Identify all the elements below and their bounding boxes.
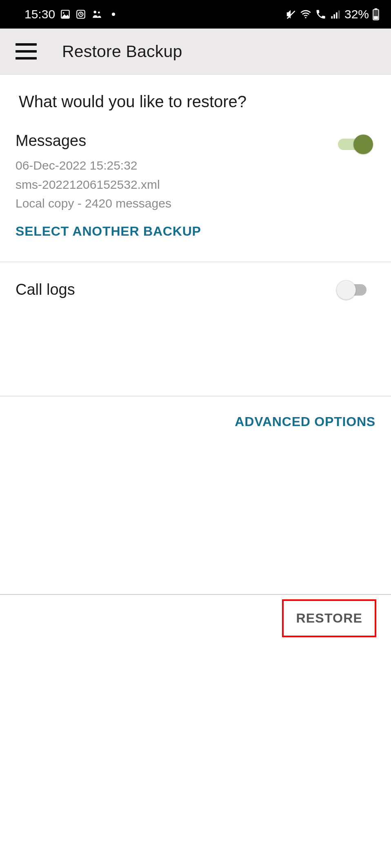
call-logs-toggle[interactable]	[338, 280, 373, 300]
svg-point-8	[305, 17, 306, 18]
clock-box-icon	[76, 9, 86, 20]
messages-timestamp: 06-Dec-2022 15:25:32	[16, 156, 171, 175]
battery-percent-text: 32%	[344, 7, 369, 21]
page-title: Restore Backup	[62, 42, 182, 61]
image-icon	[60, 9, 71, 20]
restore-prompt: What would you like to restore?	[0, 75, 391, 132]
svg-rect-11	[336, 12, 338, 18]
svg-rect-10	[333, 14, 335, 19]
status-time: 15:30	[24, 7, 55, 21]
messages-title: Messages	[16, 132, 171, 150]
svg-point-4	[93, 11, 96, 13]
svg-rect-9	[331, 16, 333, 19]
teams-icon	[91, 9, 102, 20]
restore-button[interactable]: RESTORE	[282, 599, 376, 637]
svg-rect-12	[338, 11, 340, 19]
messages-section: Messages 06-Dec-2022 15:25:32 sms-202212…	[0, 132, 391, 262]
footer-bar: RESTORE	[0, 594, 391, 641]
messages-summary: Local copy - 2420 messages	[16, 194, 171, 213]
messages-filename: sms-20221206152532.xml	[16, 175, 171, 194]
svg-point-6	[112, 13, 115, 16]
select-another-backup-button[interactable]: SELECT ANOTHER BACKUP	[16, 213, 201, 262]
dot-icon	[107, 12, 116, 16]
svg-point-1	[63, 12, 64, 13]
app-bar: Restore Backup	[0, 29, 391, 75]
call-logs-section: Call logs	[0, 262, 391, 396]
status-bar: 15:30	[0, 0, 391, 29]
svg-rect-15	[374, 16, 378, 20]
wifi-icon	[300, 9, 312, 20]
status-left: 15:30	[24, 7, 116, 21]
menu-icon[interactable]	[16, 43, 37, 60]
svg-rect-14	[375, 9, 378, 10]
signal-icon	[330, 9, 341, 20]
svg-point-5	[98, 11, 100, 13]
battery-icon	[372, 8, 380, 20]
volte-call-icon	[315, 9, 327, 20]
vibrate-mute-icon	[285, 9, 296, 20]
call-logs-title: Call logs	[16, 281, 75, 298]
messages-toggle[interactable]	[338, 135, 373, 154]
advanced-options-button[interactable]: ADVANCED OPTIONS	[235, 414, 375, 429]
status-right: 32%	[285, 7, 380, 21]
